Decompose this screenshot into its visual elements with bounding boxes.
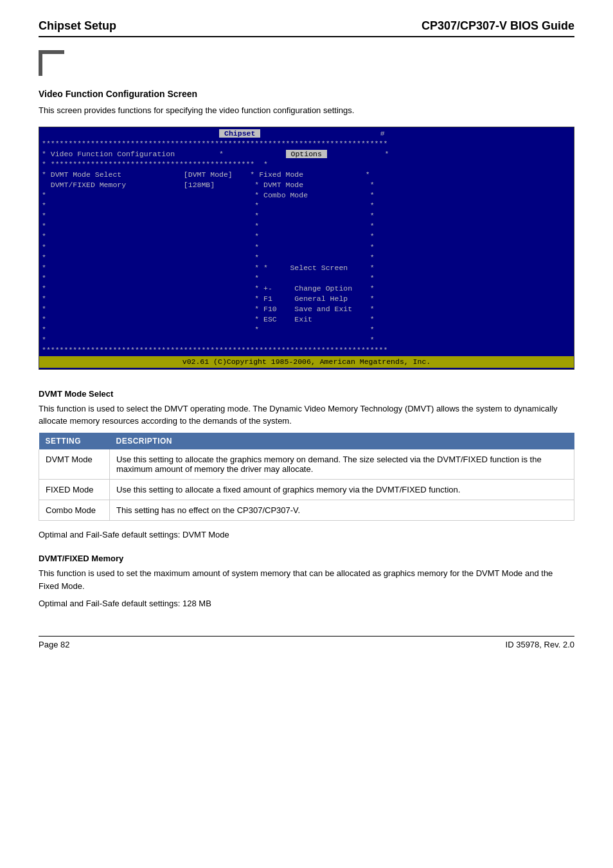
- bios-options-label: Options: [286, 150, 327, 158]
- bios-dvmt-mode: * DVMT Mode Select [DVMT Mode] * Fixed M…: [39, 170, 574, 180]
- bios-dvmt-fixed: DVMT/FIXED Memory [128MB] * DVMT Mode *: [39, 180, 574, 190]
- page-footer: Page 82 ID 35978, Rev. 2.0: [39, 636, 574, 649]
- table-cell-description: Use this setting to allocate a fixed amo…: [110, 479, 574, 500]
- bios-combo: * * Combo Mode *: [39, 190, 574, 201]
- bios-empty1: * * *: [39, 201, 574, 211]
- bios-stars3: ****************************************…: [39, 345, 574, 356]
- page-header: Chipset Setup CP307/CP307-V BIOS Guide: [39, 19, 574, 33]
- table-row: FIXED ModeUse this setting to allocate a…: [39, 479, 574, 500]
- bios-menu-item: * Video Function Configuration * Options…: [39, 149, 574, 159]
- table-cell-description: Use this setting to allocate the graphic…: [110, 449, 574, 480]
- section3-default: Optimal and Fail-Safe default settings: …: [39, 597, 574, 610]
- col-setting: SETTING: [39, 433, 110, 449]
- bios-title-row: Chipset #: [39, 129, 574, 139]
- bios-empty7: * * *: [39, 273, 574, 284]
- bios-empty2: * * *: [39, 211, 574, 221]
- bios-esc: * * ESC Exit *: [39, 314, 574, 325]
- bios-select-screen: * * * Select Screen *: [39, 263, 574, 273]
- table-cell-setting: Combo Mode: [39, 500, 110, 520]
- header-left: Chipset Setup: [39, 19, 116, 33]
- bios-change: * * +- Change Option *: [39, 284, 574, 294]
- table-cell-setting: FIXED Mode: [39, 479, 110, 500]
- header-divider: [39, 36, 574, 37]
- section3-title: DVMT/FIXED Memory: [39, 554, 574, 563]
- bios-empty8: * * *: [39, 325, 574, 335]
- settings-table: SETTING DESCRIPTION DVMT ModeUse this se…: [39, 433, 574, 521]
- table-row: Combo ModeThis setting has no effect on …: [39, 500, 574, 520]
- corner-bracket: [39, 50, 64, 76]
- bios-stars2: * **************************************…: [39, 159, 574, 170]
- bios-empty9: * *: [39, 335, 574, 345]
- bios-empty6: * * *: [39, 253, 574, 263]
- table-cell-description: This setting has no effect on the CP307/…: [110, 500, 574, 520]
- bios-screen: Chipset # ******************************…: [39, 127, 574, 370]
- bios-empty3: * * *: [39, 221, 574, 231]
- bios-f1: * * F1 General Help *: [39, 294, 574, 304]
- bios-title-bar: Chipset: [219, 129, 260, 138]
- bios-empty5: * * *: [39, 242, 574, 253]
- bios-empty4: * * *: [39, 231, 574, 242]
- table-row: DVMT ModeUse this setting to allocate th…: [39, 449, 574, 480]
- section3-intro: This function is used to set the maximum…: [39, 567, 574, 592]
- bios-f10: * * F10 Save and Exit *: [39, 304, 574, 314]
- bios-footer: v02.61 (C)Copyright 1985-2006, American …: [39, 356, 574, 368]
- section2-title: DVMT Mode Select: [39, 389, 574, 399]
- table-cell-setting: DVMT Mode: [39, 449, 110, 480]
- header-right: CP307/CP307-V BIOS Guide: [422, 19, 574, 33]
- footer-id: ID 35978, Rev. 2.0: [506, 640, 574, 649]
- section2-default: Optimal and Fail-Safe default settings: …: [39, 529, 574, 541]
- section1-intro: This screen provides functions for speci…: [39, 104, 574, 117]
- col-description: DESCRIPTION: [110, 433, 574, 449]
- section1-title: Video Function Configuration Screen: [39, 89, 574, 99]
- section2-intro: This function is used to select the DMVT…: [39, 402, 574, 428]
- bios-stars1: ****************************************…: [39, 139, 574, 149]
- footer-page: Page 82: [39, 640, 69, 649]
